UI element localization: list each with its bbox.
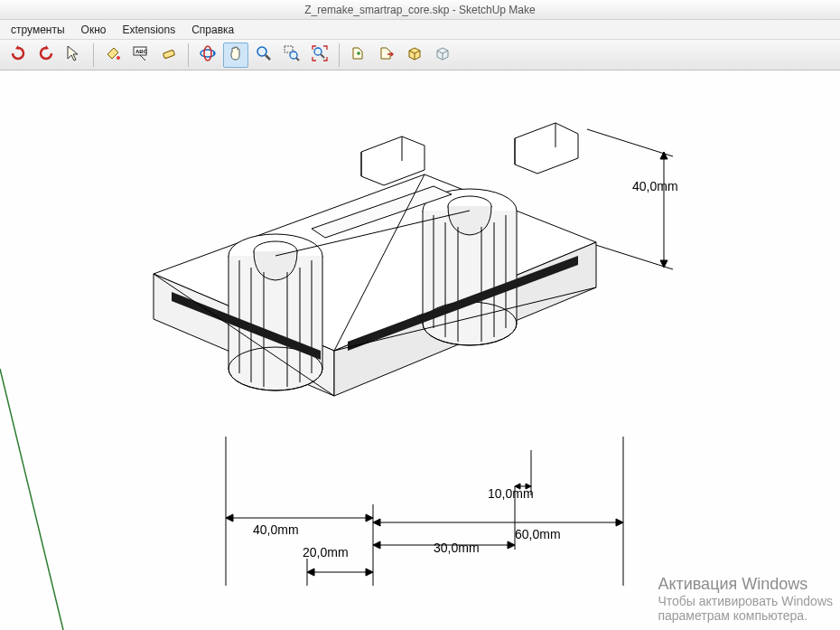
svg-point-5 <box>201 50 215 57</box>
menu-window[interactable]: Окно <box>74 22 114 38</box>
pan-button[interactable] <box>223 42 248 68</box>
menu-help[interactable]: Справка <box>184 22 241 38</box>
paint-bucket-button[interactable] <box>100 42 126 68</box>
window-title: Z_remake_smartrap_core.skp - SketchUp Ma… <box>304 4 535 16</box>
undo-button[interactable] <box>5 42 31 68</box>
redo-button[interactable] <box>33 42 59 68</box>
viewport-3d[interactable]: 40,0mm 40,0mm 20,0mm 30,0mm 60,0mm 10,0m… <box>0 71 840 630</box>
select-button[interactable] <box>61 42 87 68</box>
text-label-icon: ABC <box>132 44 150 65</box>
dimension-label: 60,0mm <box>515 527 561 541</box>
text-label-button[interactable]: ABC <box>128 42 154 68</box>
section-plane-button[interactable] <box>430 42 455 68</box>
svg-line-11 <box>296 58 299 61</box>
dimension-label: 40,0mm <box>632 179 678 193</box>
export-icon <box>378 44 396 65</box>
title-bar: Z_remake_smartrap_core.skp - SketchUp Ma… <box>0 0 840 20</box>
eraser-icon <box>160 44 178 65</box>
svg-point-7 <box>257 47 266 56</box>
zoom-window-icon <box>283 44 301 65</box>
section-icon <box>434 44 452 65</box>
dimension-label: 30,0mm <box>434 541 480 555</box>
toolbar-separator <box>188 43 189 67</box>
zoom-icon <box>255 44 273 65</box>
orbit-icon <box>199 44 217 65</box>
dimension-label: 40,0mm <box>253 522 299 537</box>
select-icon <box>65 44 83 65</box>
svg-line-13 <box>321 54 324 58</box>
pan-icon <box>227 44 245 65</box>
zoom-extents-icon <box>311 44 329 65</box>
menu-extensions[interactable]: Extensions <box>115 22 182 38</box>
dimension-label: 10,0mm <box>488 486 534 501</box>
svg-text:ABC: ABC <box>135 49 148 54</box>
box-button[interactable] <box>402 42 427 68</box>
export-button[interactable] <box>374 42 399 68</box>
svg-point-0 <box>117 56 120 60</box>
toolbar-separator <box>93 43 94 67</box>
dimension-label: 20,0mm <box>303 545 349 559</box>
eraser-button[interactable] <box>156 42 182 68</box>
box-icon <box>406 44 424 65</box>
menu-bar: струменты Окно Extensions Справка <box>0 20 840 40</box>
svg-rect-4 <box>163 50 174 59</box>
import-button[interactable] <box>346 42 371 68</box>
toolbar: ABC <box>0 40 840 71</box>
svg-point-6 <box>204 46 211 61</box>
svg-line-8 <box>266 55 270 60</box>
model-canvas[interactable] <box>0 71 840 630</box>
svg-line-3 <box>140 55 145 61</box>
import-icon <box>350 44 368 65</box>
paint-bucket-icon <box>104 44 122 65</box>
svg-point-10 <box>290 52 297 59</box>
zoom-button[interactable] <box>251 42 276 68</box>
undo-icon <box>9 44 27 65</box>
orbit-button[interactable] <box>195 42 220 68</box>
zoom-extents-button[interactable] <box>307 42 332 68</box>
menu-tools[interactable]: струменты <box>4 22 72 38</box>
toolbar-separator <box>339 43 340 67</box>
svg-point-12 <box>314 48 322 55</box>
svg-rect-9 <box>285 46 293 52</box>
redo-icon <box>37 44 55 65</box>
zoom-window-button[interactable] <box>279 42 304 68</box>
